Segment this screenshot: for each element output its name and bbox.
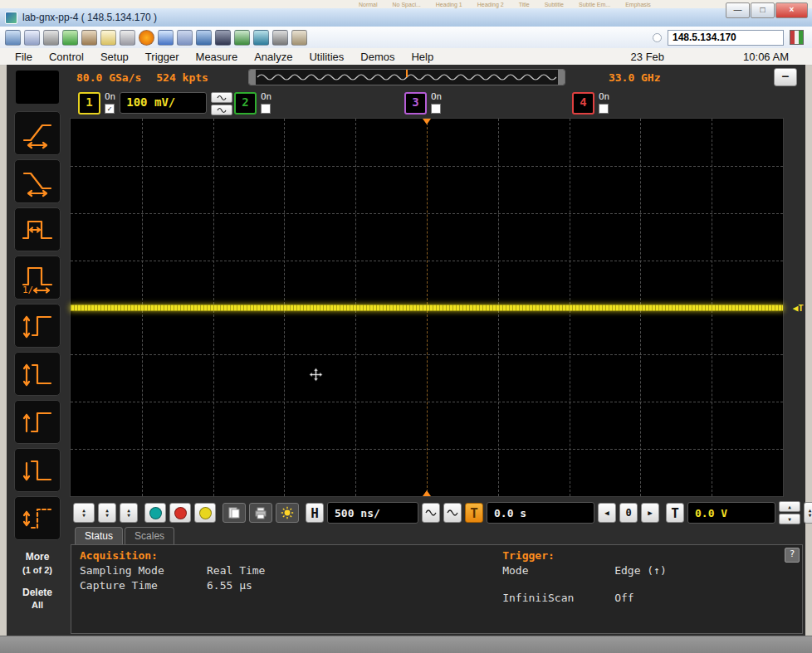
- channel-1-on-checkbox[interactable]: ✓: [105, 104, 115, 114]
- chart-icon[interactable]: [158, 30, 174, 46]
- print-button[interactable]: [249, 503, 272, 523]
- waveform-tool-button-2[interactable]: [14, 159, 61, 203]
- word-style-item[interactable]: Heading 2: [477, 2, 504, 7]
- timebase-display[interactable]: 500 ns/: [327, 502, 418, 524]
- vertical-position-spinner-2[interactable]: ▲ ▼: [120, 503, 138, 523]
- channel-4-on-checkbox[interactable]: [599, 104, 609, 114]
- channel-1-button[interactable]: 1: [78, 92, 100, 115]
- trigger-level-marker[interactable]: ◀T: [793, 302, 804, 313]
- window-title: lab-gnx-pp-4 ( 148.5.134.170 ): [22, 12, 157, 23]
- menu-demos[interactable]: Demos: [352, 51, 403, 63]
- vertical-position-spinner-1[interactable]: ▲ ▼: [98, 503, 116, 523]
- waveform-tool-button-8[interactable]: [14, 448, 61, 492]
- export-icon[interactable]: [234, 30, 250, 46]
- grid-icon[interactable]: [177, 30, 193, 46]
- window-titlebar[interactable]: lab-gnx-pp-4 ( 148.5.134.170 ): [0, 8, 812, 27]
- channel-colors-icon[interactable]: [790, 30, 804, 45]
- image-icon[interactable]: [291, 30, 307, 46]
- channel-2-button[interactable]: 2: [234, 92, 257, 115]
- warning-icon[interactable]: [139, 30, 154, 46]
- waveform-tool-button-7[interactable]: [14, 400, 61, 444]
- maximize-button[interactable]: □: [751, 2, 775, 18]
- down-arrow-icon: ▼: [809, 513, 812, 518]
- horizontal-preview-bar[interactable]: [248, 69, 565, 85]
- printer-icon[interactable]: [120, 30, 135, 46]
- scroll-left-button[interactable]: ◀: [598, 503, 616, 523]
- refresh-icon[interactable]: [62, 30, 78, 46]
- word-style-item[interactable]: Heading 1: [436, 2, 462, 7]
- tab-status[interactable]: Status: [75, 527, 123, 544]
- tool-sidebar: 1/ More (1 of 2) Delete All: [7, 65, 68, 636]
- scale-up-button[interactable]: [211, 92, 232, 103]
- preview-left-cap[interactable]: [249, 70, 256, 85]
- menu-utilities[interactable]: Utilities: [301, 51, 352, 63]
- waveform-tool-button-6[interactable]: [14, 352, 61, 396]
- word-style-item[interactable]: Normal: [359, 2, 378, 7]
- marker-color-button-red[interactable]: [169, 503, 191, 523]
- channel-4-button[interactable]: 4: [572, 92, 594, 115]
- vertical-expand-button[interactable]: ▲ ▼: [73, 503, 95, 523]
- save-icon[interactable]: [215, 30, 231, 46]
- help-button[interactable]: ?: [785, 548, 800, 563]
- tools-icon[interactable]: [81, 30, 97, 46]
- layout-icon[interactable]: [24, 30, 40, 46]
- waveform-tool-button-1[interactable]: [14, 111, 61, 155]
- file-button[interactable]: [223, 503, 246, 523]
- scroll-right-button[interactable]: ▶: [641, 503, 659, 523]
- horizontal-scale-button[interactable]: H: [306, 503, 324, 523]
- menu-trigger[interactable]: Trigger: [137, 51, 188, 63]
- monitor-icon[interactable]: [196, 30, 212, 46]
- menu-setup[interactable]: Setup: [92, 51, 137, 63]
- minimize-graticule-button[interactable]: —: [774, 68, 797, 86]
- channel-1-scale-display[interactable]: 100 mV/: [120, 92, 207, 114]
- word-style-item[interactable]: Title: [519, 2, 530, 7]
- trigger-level-up-button[interactable]: ▲: [779, 501, 800, 512]
- menu-control[interactable]: Control: [41, 51, 92, 63]
- cut-icon[interactable]: [43, 30, 59, 46]
- trigger-setup-button[interactable]: T: [666, 503, 684, 523]
- horizontal-position-display[interactable]: 0.0 s: [487, 502, 594, 524]
- marker-color-button-yellow[interactable]: [194, 503, 216, 523]
- marker-color-button-cyan[interactable]: [144, 503, 166, 523]
- display-icon[interactable]: [5, 30, 21, 46]
- delete-all-button[interactable]: Delete All: [22, 587, 52, 612]
- menu-help[interactable]: Help: [403, 51, 442, 63]
- preview-right-cap[interactable]: [558, 70, 565, 85]
- word-style-item[interactable]: No Spaci...: [393, 2, 421, 7]
- camera-icon[interactable]: [272, 30, 288, 46]
- scale-down-button[interactable]: [211, 105, 232, 115]
- close-button[interactable]: ×: [775, 2, 808, 18]
- zero-position-button[interactable]: 0: [619, 503, 638, 523]
- channel-2-on-checkbox[interactable]: [261, 104, 271, 114]
- time-reference-button[interactable]: T: [465, 503, 483, 523]
- graticule[interactable]: [70, 118, 784, 497]
- trigger-level-display[interactable]: 0.0 V: [687, 502, 775, 524]
- tab-scales[interactable]: Scales: [125, 527, 174, 544]
- waveform-tool-button-3[interactable]: [14, 207, 61, 251]
- waveform-tool-button-5[interactable]: [14, 304, 61, 348]
- waveform-tool-button-9[interactable]: [14, 496, 61, 540]
- word-style-item[interactable]: Emphasis: [625, 2, 651, 7]
- flag-icon[interactable]: [253, 30, 269, 46]
- menu-measure[interactable]: Measure: [188, 51, 247, 63]
- ip-address-input[interactable]: [668, 30, 784, 46]
- channel-3-button[interactable]: 3: [404, 92, 427, 115]
- channel-3-on-checkbox[interactable]: [431, 104, 441, 114]
- app-icon: [5, 12, 17, 24]
- minimize-button[interactable]: —: [726, 2, 750, 18]
- waveform-tool-button-4[interactable]: 1/: [14, 256, 61, 300]
- more-tools-button[interactable]: More (1 of 2): [22, 551, 52, 576]
- waveform-zoom-button-1[interactable]: [422, 503, 440, 523]
- waveform-zoom-button-2[interactable]: [443, 503, 462, 523]
- acquisition-title: Acquisition:: [80, 549, 794, 562]
- channel-2-controls: 2 On: [234, 92, 271, 115]
- trigger-level-down-button[interactable]: ▼: [779, 514, 800, 524]
- fine-adjust-button[interactable]: ▲ ▼: [804, 502, 812, 524]
- menu-analyze[interactable]: Analyze: [246, 51, 301, 63]
- app-toolbar: [0, 27, 812, 49]
- word-style-item[interactable]: Subtle Em...: [579, 2, 610, 7]
- brightness-button[interactable]: [276, 503, 299, 523]
- word-style-item[interactable]: Subtitle: [545, 2, 564, 7]
- mail-icon[interactable]: [100, 30, 116, 46]
- menu-file[interactable]: File: [7, 51, 41, 63]
